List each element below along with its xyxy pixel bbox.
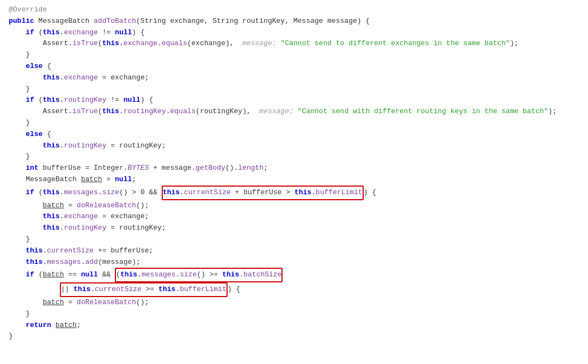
line-currentsize-incr: this.currentSize += bufferUse;: [0, 245, 588, 257]
line-return: return batch;: [0, 320, 588, 331]
method-name: addToBatch: [94, 16, 136, 27]
line-messages-add: this.messages.add(message);: [0, 257, 588, 268]
kw-public: public: [9, 16, 39, 27]
annotation-override: @Override: [9, 4, 47, 16]
line-batch-release-2: batch = doReleaseBatch();: [0, 297, 588, 309]
line-assign-exchange: this.exchange = exchange;: [0, 72, 588, 84]
highlight-batchsize-line1: (this.messages.size() >= this.batchSize: [115, 268, 283, 282]
highlight-batchsize-line2: || this.currentSize >= this.bufferLimit: [60, 282, 228, 297]
line-close-1: }: [0, 50, 588, 61]
line-else-2: else {: [0, 129, 588, 140]
highlight-currentsize: this.currentSize + bufferUse > this.buff…: [162, 186, 364, 200]
line-assign-routingkey-2: this.routingKey = routingKey;: [0, 223, 588, 234]
line-if-batch-null-2: || this.currentSize >= this.bufferLimit)…: [0, 282, 588, 297]
line-close-method: }: [0, 331, 588, 342]
line-if-exchange: if (this.exchange != null) {: [0, 27, 588, 39]
return-type: MessageBatch: [39, 16, 94, 27]
line-assign-routingkey: this.routingKey = routingKey;: [0, 140, 588, 152]
line-close-5: }: [0, 234, 588, 245]
line-if-batch-null: if (batch == null && (this.messages.size…: [0, 268, 588, 282]
line-assert-routingkey: Assert.isTrue(this.routingKey.equals(rou…: [0, 106, 588, 118]
line-else-1: else {: [0, 61, 588, 72]
line-close-4: }: [0, 151, 588, 163]
line-override: @Override: [0, 4, 588, 16]
code-container: @Override public MessageBatch addToBatch…: [0, 0, 588, 364]
line-bufferuse: int bufferUse = Integer.BYTES + message.…: [0, 163, 588, 174]
line-if-size-highlight: if (this.messages.size() > 0 && this.cur…: [0, 186, 588, 200]
line-close-2: }: [0, 84, 588, 95]
line-if-routingkey: if (this.routingKey != null) {: [0, 95, 588, 106]
line-assign-exchange-2: this.exchange = exchange;: [0, 211, 588, 223]
line-batch-null: MessageBatch batch = null;: [0, 174, 588, 186]
line-batch-release-1: batch = doReleaseBatch();: [0, 200, 588, 212]
line-close-6: }: [0, 309, 588, 320]
line-assert-exchange: Assert.isTrue(this.exchange.equals(excha…: [0, 38, 588, 50]
line-close-3: }: [0, 118, 588, 129]
line-method-sig: public MessageBatch addToBatch(String ex…: [0, 16, 588, 27]
